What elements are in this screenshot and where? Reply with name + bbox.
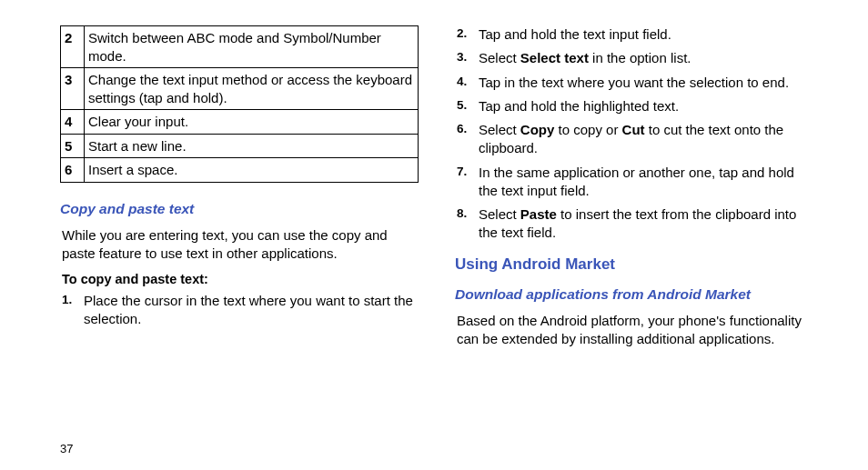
table-cell-number: 4	[61, 110, 85, 135]
steps-right: 2.Tap and hold the text input field.3.Se…	[455, 25, 813, 243]
keyboard-functions-table: 2Switch between ABC mode and Symbol/Numb…	[60, 25, 419, 183]
list-item: 1.Place the cursor in the text where you…	[60, 292, 419, 329]
heading-copy-paste: Copy and paste text	[60, 201, 419, 217]
bold-term: Select text	[520, 50, 589, 65]
step-number: 8.	[457, 205, 467, 222]
page-number: 37	[60, 442, 73, 455]
step-number: 7.	[457, 164, 467, 180]
bold-term: Paste	[520, 206, 557, 222]
list-item: 3.Select Select text in the option list.	[455, 49, 813, 67]
table-cell-number: 3	[61, 68, 85, 110]
steps-left: 1.Place the cursor in the text where you…	[60, 292, 419, 329]
table-row: 6Insert a space.	[61, 158, 419, 183]
market-body: Based on the Android platform, your phon…	[455, 312, 813, 349]
step-number: 2.	[457, 25, 467, 42]
step-number: 1.	[62, 292, 72, 308]
copy-paste-intro: While you are entering text, you can use…	[60, 226, 419, 264]
copy-paste-lead: To copy and paste text:	[62, 272, 419, 286]
left-column: 2Switch between ABC mode and Symbol/Numb…	[60, 25, 419, 357]
list-item: 5.Tap and hold the highlighted text.	[455, 97, 813, 115]
list-item: 4.Tap in the text where you want the sel…	[455, 74, 813, 92]
list-item: 8.Select Paste to insert the text from t…	[455, 205, 813, 243]
table-cell-number: 6	[61, 158, 85, 183]
table-row: 4Clear your input.	[61, 110, 419, 135]
table-row: 5Start a new line.	[61, 134, 419, 158]
heading-download-apps: Download applications from Android Marke…	[455, 286, 813, 303]
list-item: 2.Tap and hold the text input field.	[455, 25, 813, 44]
bold-term: Copy	[520, 122, 555, 137]
table-cell-number: 2	[61, 26, 85, 68]
table-row: 2Switch between ABC mode and Symbol/Numb…	[61, 26, 419, 68]
table-cell-desc: Start a new line.	[85, 134, 419, 158]
table-cell-desc: Clear your input.	[85, 110, 419, 135]
step-number: 5.	[457, 97, 467, 114]
right-column: 2.Tap and hold the text input field.3.Se…	[455, 25, 813, 357]
table-row: 3Change the text input method or access …	[61, 68, 419, 110]
table-cell-desc: Switch between ABC mode and Symbol/Numbe…	[85, 26, 419, 68]
step-number: 4.	[457, 74, 467, 90]
table-cell-desc: Change the text input method or access t…	[85, 68, 419, 110]
table-cell-desc: Insert a space.	[85, 158, 419, 183]
heading-android-market: Using Android Market	[455, 255, 813, 274]
step-number: 3.	[457, 49, 467, 65]
table-cell-number: 5	[61, 134, 85, 158]
step-number: 6.	[457, 121, 467, 137]
bold-term: Cut	[622, 122, 645, 137]
list-item: 6.Select Copy to copy or Cut to cut the …	[455, 121, 813, 158]
list-item: 7.In the same application or another one…	[455, 164, 813, 201]
